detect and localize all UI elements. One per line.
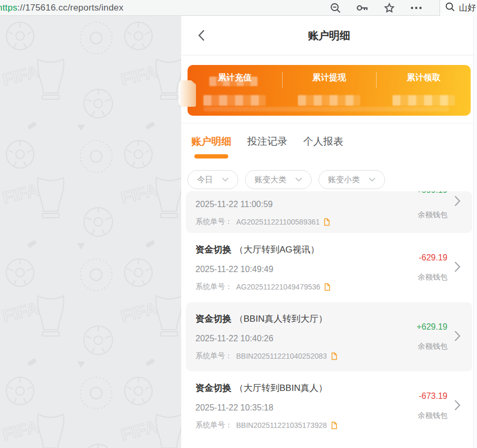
summary-card: 累计充值 累计提现 累计领取 [188,65,471,116]
chevron-right-icon[interactable] [454,399,461,413]
transaction-title: 资金切换 [195,382,231,394]
filter-minor-type-dropdown[interactable]: 账变小类 [319,170,385,189]
quick-search-widget[interactable]: 山好 [439,0,477,16]
order-number-value: AG202511221100589361 [236,218,320,226]
filter-label: 今日 [197,175,213,185]
tab-bet-records[interactable]: 投注记录 [247,135,287,148]
tab-label: 个人报表 [303,135,343,148]
privacy-blur-value [392,95,455,106]
copy-icon[interactable] [323,218,330,226]
scrollbar[interactable] [473,16,477,448]
tab-label: 账户明细 [191,135,231,148]
privacy-blur-value [298,95,360,106]
summary-label: 累计提现 [312,72,346,83]
filter-label: 账变小类 [328,175,360,185]
url-protocol: https [0,3,17,13]
transaction-title: 资金切换 [195,244,231,256]
transaction-amount: +599.19 [417,191,447,195]
tab-account-detail[interactable]: 账户明细 [191,135,231,158]
privacy-blur-value [203,95,266,106]
url-text[interactable]: https://175616.cc/reports/index [0,3,124,13]
chevron-down-icon [295,178,302,182]
filter-bar: 今日 账变大类 账变小类 [181,162,477,190]
browser-address-bar: https://175616.cc/reports/index [0,0,477,16]
transaction-detail: （大厅转到BBIN真人） [235,382,328,394]
back-button[interactable] [195,29,208,42]
tab-bar: 账户明细 投注记录 个人报表 [181,124,477,162]
report-panel: 账户明细 累计充值 累计提现 累计领取 [181,16,477,448]
clipped-amount: +599.19 [417,191,447,196]
transaction-title: 资金切换 [195,313,231,325]
zoom-out-icon[interactable] [330,2,341,14]
chevron-down-icon [222,178,229,182]
tab-label: 投注记录 [247,135,287,148]
wallet-type-label: 余额钱包 [418,411,447,421]
transaction-amount: -673.19 [419,391,447,401]
order-number-value: BBIN202511221040252083 [236,352,327,360]
tab-personal-report[interactable]: 个人报表 [303,135,343,148]
order-number-value: AG202511221049479536 [236,283,320,291]
transaction-detail: （大厅转到AG视讯） [235,244,320,256]
transaction-row[interactable]: 资金切换 （BBIN真人转到大厅） 2025-11-22 10:40:26 系统… [186,302,472,371]
order-number-label: 系统单号： [195,421,232,430]
url-path: ://175616.cc/reports/index [17,3,124,13]
privacy-blur-mask [209,77,258,86]
copy-icon[interactable] [324,283,330,291]
chevron-right-icon[interactable] [454,195,461,209]
filter-label: 账变大类 [255,175,286,185]
order-number-label: 系统单号： [195,217,232,227]
key-icon[interactable] [356,3,369,13]
chevron-right-icon[interactable] [454,330,461,343]
transaction-row[interactable]: 资金切换 （大厅转到AG视讯） 2025-11-22 10:49:49 系统单号… [181,233,477,302]
active-tab-underline [194,154,228,158]
more-icon[interactable] [410,6,423,10]
transaction-list: 2025-11-22 11:00:59 系统单号：AG2025112211005… [181,191,477,441]
transaction-row[interactable]: 资金切换 （大厅转到BBIN真人） 2025-11-22 10:35:18 系统… [181,371,477,441]
fifa-watermark-background: FIFA [0,16,181,448]
transaction-amount: -629.19 [419,253,447,263]
transaction-datetime: 2025-11-22 10:35:18 [195,403,447,413]
card-sheen [203,107,450,111]
order-number-label: 系统单号： [195,282,232,292]
copy-icon[interactable] [331,352,337,360]
wallet-type-label: 余额钱包 [418,210,447,220]
floating-handle[interactable] [179,80,196,107]
filter-major-type-dropdown[interactable]: 账变大类 [245,170,312,189]
summary-card-section: 累计充值 累计提现 累计领取 [181,55,477,123]
wallet-type-label: 余额钱包 [418,273,447,282]
order-number-label: 系统单号： [195,351,232,361]
order-number-value: BBIN202511221035173928 [236,421,327,430]
transaction-amount: +629.19 [417,322,447,332]
search-icon [445,2,455,14]
copy-icon[interactable] [331,422,337,430]
summary-label: 累计领取 [407,72,441,83]
wallet-type-label: 余额钱包 [418,342,447,351]
transaction-datetime: 2025-11-22 10:40:26 [195,334,447,343]
page-title: 账户明细 [308,29,350,43]
page-header: 账户明细 [181,16,477,55]
search-suggestion-text: 山好 [459,3,476,14]
app-viewport: FIFA 账户明细 累计充值 [0,16,477,448]
chevron-down-icon [369,178,376,182]
star-icon[interactable] [384,2,395,14]
transaction-datetime: 2025-11-22 10:49:49 [195,265,447,274]
transaction-row[interactable]: 2025-11-22 11:00:59 系统单号：AG2025112211005… [186,191,472,233]
transaction-datetime: 2025-11-22 11:00:59 [195,200,447,209]
chevron-right-icon[interactable] [454,261,461,274]
transaction-detail: （BBIN真人转到大厅） [235,313,328,325]
filter-date-dropdown[interactable]: 今日 [188,170,238,189]
